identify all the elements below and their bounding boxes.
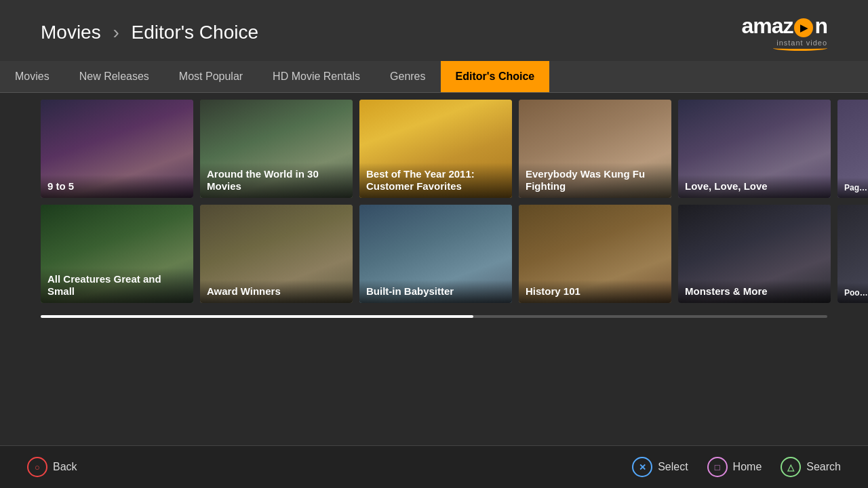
search-icon: △ xyxy=(781,457,801,477)
scrollbar-thumb[interactable] xyxy=(41,315,473,318)
tile-babysitter[interactable]: Built-in Babysitter xyxy=(359,205,512,303)
back-button[interactable]: ○ Back xyxy=(27,457,77,477)
tile-label-babysitter: Built-in Babysitter xyxy=(359,280,512,303)
amazon-logo: amaz▶n instant video xyxy=(741,14,827,51)
tile-label-monsters: Monsters & More xyxy=(678,280,831,303)
tile-partial-2[interactable]: Poo… xyxy=(837,205,868,303)
play-icon: ▶ xyxy=(794,18,813,37)
tile-all-creatures[interactable]: All Creatures Great and Small xyxy=(41,205,193,303)
back-label: Back xyxy=(53,461,77,473)
back-icon: ○ xyxy=(27,457,47,477)
tile-love[interactable]: Love, Love, Love xyxy=(678,100,831,198)
movie-grid: 9 to 5 Around the World in 30 Movies Bes… xyxy=(0,93,868,310)
tile-partial-1[interactable]: Pag… xyxy=(837,100,868,198)
amazon-logo-text: amaz▶n xyxy=(741,14,827,39)
tile-award-winners[interactable]: Award Winners xyxy=(200,205,353,303)
scrollbar-track[interactable] xyxy=(41,315,827,318)
tile-kung-fu[interactable]: Everybody Was Kung Fu Fighting xyxy=(519,100,671,198)
grid-row-2: All Creatures Great and Small Award Winn… xyxy=(41,205,827,303)
tile-9-to-5[interactable]: 9 to 5 xyxy=(41,100,193,198)
nav-item-most-popular[interactable]: Most Popular xyxy=(164,61,258,92)
select-button[interactable]: ✕ Select xyxy=(632,457,688,477)
nav-bar: Movies New Releases Most Popular HD Movi… xyxy=(0,61,868,93)
breadcrumb-current: Editor's Choice xyxy=(132,22,258,43)
footer-right-controls: ✕ Select □ Home △ Search xyxy=(632,457,841,477)
breadcrumb-separator: › xyxy=(113,22,119,43)
home-button[interactable]: □ Home xyxy=(707,457,762,477)
footer-controls: ○ Back ✕ Select □ Home △ Search xyxy=(0,445,868,488)
tile-label-kung-fu: Everybody Was Kung Fu Fighting xyxy=(519,163,671,198)
tile-label-partial-1: Pag… xyxy=(837,178,868,198)
tile-around-world[interactable]: Around the World in 30 Movies xyxy=(200,100,353,198)
tile-label-history: History 101 xyxy=(519,280,671,303)
tile-label-all-creatures: All Creatures Great and Small xyxy=(41,268,193,303)
nav-item-editors-choice[interactable]: Editor's Choice xyxy=(441,61,550,92)
nav-item-movies[interactable]: Movies xyxy=(0,61,64,92)
tile-best-year[interactable]: Best of The Year 2011: Customer Favorite… xyxy=(359,100,512,198)
tile-label-love: Love, Love, Love xyxy=(678,175,831,198)
select-icon: ✕ xyxy=(632,457,652,477)
tile-history[interactable]: History 101 xyxy=(519,205,671,303)
search-label: Search xyxy=(806,461,841,473)
tile-label-award-winners: Award Winners xyxy=(200,280,353,303)
scrollbar-container xyxy=(0,310,868,323)
amazon-smile xyxy=(773,45,827,51)
header: Movies › Editor's Choice amaz▶n instant … xyxy=(0,0,868,61)
nav-item-genres[interactable]: Genres xyxy=(375,61,440,92)
select-label: Select xyxy=(658,461,688,473)
search-button[interactable]: △ Search xyxy=(781,457,841,477)
footer-back: ○ Back xyxy=(27,457,77,477)
tile-label-around-world: Around the World in 30 Movies xyxy=(200,163,353,198)
home-icon: □ xyxy=(707,457,728,477)
grid-row-1: 9 to 5 Around the World in 30 Movies Bes… xyxy=(41,100,827,198)
breadcrumb-home[interactable]: Movies xyxy=(41,22,101,43)
breadcrumb: Movies › Editor's Choice xyxy=(41,22,258,43)
tile-label-9-to-5: 9 to 5 xyxy=(41,175,193,198)
tile-label-partial-2: Poo… xyxy=(837,283,868,303)
nav-item-hd-rentals[interactable]: HD Movie Rentals xyxy=(258,61,375,92)
nav-item-new-releases[interactable]: New Releases xyxy=(64,61,164,92)
tile-monsters[interactable]: Monsters & More xyxy=(678,205,831,303)
home-label: Home xyxy=(733,461,762,473)
tile-label-best-year: Best of The Year 2011: Customer Favorite… xyxy=(359,163,512,198)
